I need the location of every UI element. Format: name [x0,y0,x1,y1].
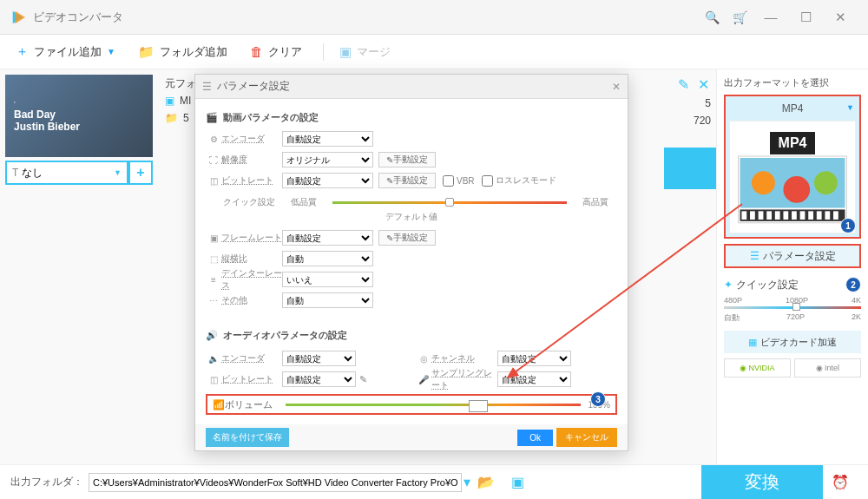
aspect-icon: ⬚ [206,254,221,264]
app-logo-icon [10,10,26,25]
vbr-checkbox[interactable]: VBR [443,175,475,187]
svg-rect-10 [775,211,780,220]
path-dropdown-icon[interactable]: ▾ [464,474,470,490]
cart-icon[interactable]: 🛒 [726,10,753,24]
add-file-button[interactable]: ＋ ファイル追加 ▼ [7,38,124,66]
sliders-icon: ☰ [202,81,212,93]
video-bitrate-select[interactable]: 自動設定 [282,173,373,188]
annotation-badge-3: 3 [590,391,606,407]
task-tabs: T なし ▼ + [5,161,153,185]
svg-rect-15 [817,211,822,220]
channel-select[interactable]: 自動設定 [497,351,571,366]
add-folder-button[interactable]: 📁 フォルダ追加 [129,38,236,66]
clear-button[interactable]: 🗑 クリア [241,38,311,66]
other-select[interactable]: 自動 [282,292,373,308]
bitrate-icon: ◫ [206,375,221,384]
titlebar: ビデオコンバータ 🔍 🛒 — ☐ ✕ [0,0,868,35]
close-file-icon[interactable]: ✕ [698,76,709,93]
svg-rect-12 [792,211,797,220]
volume-icon: 📶 [213,399,225,410]
quick-settings: ✦クイック設定 2 480P1080P4K 自動720P2K [724,277,861,324]
merge-button[interactable]: ▣ マージ [331,38,399,66]
video-encoder-select[interactable]: 自動設定 [282,131,373,147]
svg-point-2 [752,171,775,194]
output-format-selector[interactable]: MP4 ▼ MP4 1 [724,95,861,239]
samplerate-select[interactable]: 自動設定 [497,371,571,387]
framerate-select[interactable]: 自動設定 [282,230,373,246]
minimize-button[interactable]: — [753,10,788,24]
folder-plus-icon: 📁 [138,44,155,60]
main-toolbar: ＋ ファイル追加 ▼ 📁 フォルダ追加 🗑 クリア ▣ マージ [0,35,868,69]
schedule-icon[interactable]: ⏰ [823,465,858,500]
merge-icon: ▣ [339,44,352,60]
audio-encoder-select[interactable]: 自動設定 [282,351,356,366]
framerate-icon: ▣ [206,233,221,243]
bottom-bar: 出力フォルダ： ▾ 📂 ▣ 変換 ⏰ [0,464,868,499]
svg-rect-17 [833,211,838,220]
dialog-title: パラメータ設定 [217,79,290,94]
dialog-close-button[interactable]: ✕ [612,81,621,93]
svg-rect-7 [750,211,755,220]
bitrate-manual-button[interactable]: ✎ 手動設定 [378,173,436,188]
resolution-manual-button[interactable]: ✎ 手動設定 [378,152,436,167]
aspect-select[interactable]: 自動 [282,251,373,266]
audio-section-icon: 🔊 [206,330,218,341]
video-section-icon: 🎬 [206,112,218,123]
resolution-select[interactable]: オリジナル [282,152,373,167]
quality-slider[interactable] [724,306,861,309]
framerate-manual-button[interactable]: ✎ 手動設定 [378,230,436,246]
open-folder-icon[interactable]: 📂 [470,474,502,490]
svg-rect-6 [741,211,746,220]
trash-icon: 🗑 [250,44,263,59]
audio-bitrate-select[interactable]: 自動設定 [282,371,356,387]
ok-button[interactable]: Ok [517,430,553,446]
svg-point-3 [783,176,810,203]
channel-icon: ◎ [416,354,431,364]
maximize-button[interactable]: ☐ [788,10,823,25]
other-icon: ⋯ [206,296,221,305]
video-icon: ▣ [165,95,174,107]
svg-rect-16 [825,211,830,220]
add-tab-button[interactable]: + [128,161,153,185]
volume-slider[interactable] [286,404,581,406]
plus-icon: ＋ [16,43,29,60]
annotation-badge-2: 2 [845,277,861,292]
lossless-checkbox[interactable]: ロスレスモード [482,174,556,187]
cancel-button[interactable]: キャンセル [556,428,617,447]
app-title: ビデオコンバータ [33,10,123,25]
save-as-button[interactable]: 名前を付けて保存 [206,428,289,447]
svg-rect-14 [808,211,813,220]
mic-icon: 🎤 [416,375,431,384]
output-format-header: 出力フォーマットを選択 [724,76,861,89]
annotation-badge-1: 1 [840,218,856,233]
svg-rect-13 [800,211,806,220]
bitrate-icon: ◫ [206,176,221,186]
search-icon[interactable]: 🔍 [698,10,726,24]
svg-point-4 [814,171,838,194]
close-button[interactable]: ✕ [823,10,858,25]
output-settings-icon[interactable]: ▣ [502,474,533,490]
parameter-settings-dialog: ☰ パラメータ設定 ✕ 🎬動画パラメータの設定 ⚙エンコーダ 自動設定 ⛶解像度… [194,74,628,451]
edit-icon[interactable]: ✎ [678,76,689,93]
output-folder-label: 出力フォルダ： [10,475,83,489]
quality-quick-slider[interactable] [332,201,567,204]
gear-icon: ⚙ [206,135,221,144]
deinterlace-select[interactable]: いいえ [282,272,373,287]
chevron-down-icon[interactable]: ▼ [107,47,115,56]
gpu-accel-button[interactable]: ▦ ビデオカード加速 [724,331,861,353]
tab-none[interactable]: T なし ▼ [5,161,128,185]
resolution-icon: ⛶ [206,155,221,165]
sliders-icon: ☰ [750,250,760,262]
volume-row: 📶 ボリューム 130% [206,394,617,415]
audio-bitrate-edit[interactable]: ✎ [359,374,367,385]
parameter-settings-button[interactable]: ☰ パラメータ設定 [724,244,861,268]
output-folder-input[interactable] [89,473,462,492]
speaker-icon: 🔈 [206,354,221,364]
convert-button[interactable]: 変換 [701,465,823,500]
video-thumbnail[interactable]: ' Bad Day Justin Bieber [5,75,153,157]
svg-rect-8 [759,211,764,220]
chevron-down-icon[interactable]: ▼ [846,103,854,112]
intel-badge: ◉ Intel [794,358,861,378]
deinterlace-icon: ≡ [206,275,221,285]
svg-rect-9 [766,211,772,220]
